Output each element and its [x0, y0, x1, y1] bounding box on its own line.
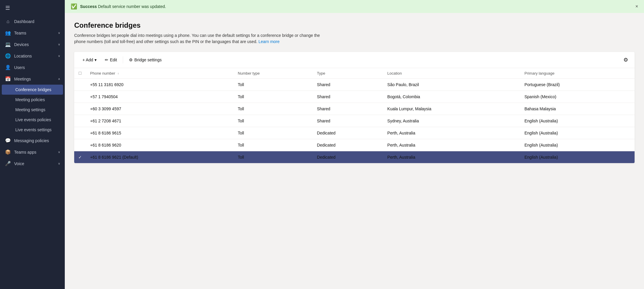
teams-icon: 👥	[5, 30, 11, 36]
sidebar-item-label: Dashboard	[14, 19, 60, 24]
sidebar-item-locations[interactable]: 🌐 Locations ∨	[0, 50, 65, 62]
edit-label: Edit	[110, 58, 117, 62]
phone-number: +61 8 6186 9620	[86, 139, 234, 151]
column-header-check: ☐	[74, 68, 86, 79]
voice-icon: 🎤	[5, 161, 11, 166]
row-checkbox[interactable]	[74, 115, 86, 127]
sidebar-item-dashboard[interactable]: ⌂ Dashboard	[0, 16, 65, 27]
add-label: + Add	[82, 58, 93, 62]
table-row[interactable]: +57 1 7940504TollSharedBogotá, ColombiaS…	[74, 91, 635, 103]
sidebar-item-meeting-policies[interactable]: Meeting policies	[0, 95, 65, 105]
number-type: Toll	[234, 115, 313, 127]
row-checkbox[interactable]	[74, 91, 86, 103]
column-header-location: Location	[383, 68, 520, 79]
sidebar-item-messaging-policies[interactable]: 💬 Messaging policies	[0, 135, 65, 146]
primary-language: Bahasa Malaysia	[520, 103, 635, 115]
sidebar-item-devices[interactable]: 💻 Devices ∨	[0, 39, 65, 50]
phone-number: +61 8 6186 9615	[86, 127, 234, 139]
primary-language: English (Australia)	[520, 115, 635, 127]
meetings-icon: 📅	[5, 76, 11, 82]
edit-button[interactable]: ✏ Edit	[101, 56, 120, 64]
toolbar-divider	[123, 56, 123, 63]
hamburger-menu[interactable]: ☰	[0, 0, 65, 16]
edit-icon: ✏	[105, 58, 108, 62]
type: Shared	[313, 91, 383, 103]
sidebar-item-meeting-settings[interactable]: Meeting settings	[0, 105, 65, 115]
sidebar-item-users[interactable]: 👤 Users	[0, 62, 65, 73]
table-row[interactable]: +55 11 3181 6920TollSharedSão Paulo, Bra…	[74, 79, 635, 91]
location: Kuala Lumpur, Malaysia	[383, 103, 520, 115]
banner-message: Default service number was updated.	[98, 4, 166, 9]
meetings-submenu: Conference bridges Meeting policies Meet…	[0, 85, 65, 135]
sidebar-item-teams[interactable]: 👥 Teams ∨	[0, 27, 65, 39]
number-type: Toll	[234, 103, 313, 115]
sidebar-item-teams-apps[interactable]: 📦 Teams apps ∨	[0, 146, 65, 158]
type: Shared	[313, 79, 383, 91]
number-type: Toll	[234, 127, 313, 139]
chevron-down-icon: ∨	[58, 150, 60, 154]
sidebar-item-live-events-settings[interactable]: Live events settings	[0, 125, 65, 135]
sort-icon: ↑	[117, 72, 119, 75]
primary-language: Portuguese (Brazil)	[520, 79, 635, 91]
phone-number: +57 1 7940504	[86, 91, 234, 103]
table-row[interactable]: +61 8 6186 9620TollDedicatedPerth, Austr…	[74, 139, 635, 151]
table-card: + Add ▾ ✏ Edit ⚙ Bridge settings ⚙	[74, 52, 635, 163]
number-type: Toll	[234, 151, 313, 163]
row-checkbox[interactable]	[74, 127, 86, 139]
dashboard-icon: ⌂	[5, 19, 11, 24]
column-header-number-type: Number type	[234, 68, 313, 79]
primary-language: English (Australia)	[520, 127, 635, 139]
sidebar-item-label: Teams apps	[14, 150, 55, 155]
close-banner-button[interactable]: ×	[635, 4, 638, 9]
type: Dedicated	[313, 151, 383, 163]
phone-number: +55 11 3181 6920	[86, 79, 234, 91]
row-checkbox[interactable]	[74, 103, 86, 115]
sidebar-item-meetings[interactable]: 📅 Meetings ∧	[0, 73, 65, 85]
row-checkbox[interactable]	[74, 79, 86, 91]
sidebar-item-label: Voice	[14, 161, 55, 166]
table-row[interactable]: +60 3 3099 4597TollSharedKuala Lumpur, M…	[74, 103, 635, 115]
location: Perth, Australia	[383, 139, 520, 151]
sidebar-item-label: Meetings	[14, 77, 55, 81]
sidebar-item-label: Teams	[14, 31, 55, 35]
checkbox-icon: ☐	[78, 71, 82, 75]
success-banner: ✅ Success Default service number was upd…	[65, 0, 644, 13]
chevron-up-icon: ∧	[58, 77, 60, 81]
chevron-down-icon: ∨	[58, 54, 60, 58]
table-header-row: ☐ Phone number ↑ Number type Type Locati…	[74, 68, 635, 79]
phone-number: +61 2 7208 4671	[86, 115, 234, 127]
column-header-primary-language: Primary language	[520, 68, 635, 79]
bridge-settings-label: Bridge settings	[134, 58, 162, 62]
bridge-settings-button[interactable]: ⚙ Bridge settings	[125, 56, 165, 64]
locations-icon: 🌐	[5, 53, 11, 59]
add-button[interactable]: + Add ▾	[79, 56, 100, 64]
sidebar: ☰ ⌂ Dashboard 👥 Teams ∨ 💻 Devices ∨ 🌐 Lo…	[0, 0, 65, 289]
sidebar-item-label: Users	[14, 65, 60, 70]
primary-language: Spanish (Mexico)	[520, 91, 635, 103]
table-row[interactable]: +61 2 7208 4671TollSharedSydney, Austral…	[74, 115, 635, 127]
column-settings-button[interactable]: ⚙	[622, 55, 630, 65]
number-type: Toll	[234, 139, 313, 151]
row-checkbox[interactable]	[74, 139, 86, 151]
content-area: Conference bridges Conference bridges le…	[65, 13, 644, 289]
banner-bold: Success	[80, 4, 97, 9]
location: Sydney, Australia	[383, 115, 520, 127]
table-row[interactable]: +61 8 6186 9615TollDedicatedPerth, Austr…	[74, 127, 635, 139]
location: Bogotá, Colombia	[383, 91, 520, 103]
type: Shared	[313, 103, 383, 115]
phone-number: +60 3 3099 4597	[86, 103, 234, 115]
banner-text: Success Default service number was updat…	[80, 4, 166, 9]
location: São Paulo, Brazil	[383, 79, 520, 91]
sidebar-item-voice[interactable]: 🎤 Voice ∨	[0, 158, 65, 169]
row-checkbox[interactable]: ✓	[74, 151, 86, 163]
success-icon: ✅	[71, 3, 77, 10]
sidebar-item-conference-bridges[interactable]: Conference bridges	[2, 85, 63, 95]
primary-language: English (Australia)	[520, 139, 635, 151]
learn-more-link[interactable]: Learn more	[259, 39, 280, 44]
sidebar-item-label: Locations	[14, 54, 55, 58]
table-row[interactable]: ✓+61 8 6186 9621 (Default)TollDedicatedP…	[74, 151, 635, 163]
table-toolbar: + Add ▾ ✏ Edit ⚙ Bridge settings ⚙	[74, 52, 635, 68]
column-header-phone-number[interactable]: Phone number ↑	[86, 68, 234, 79]
chevron-down-icon: ∨	[58, 43, 60, 46]
sidebar-item-live-events-policies[interactable]: Live events policies	[0, 115, 65, 125]
